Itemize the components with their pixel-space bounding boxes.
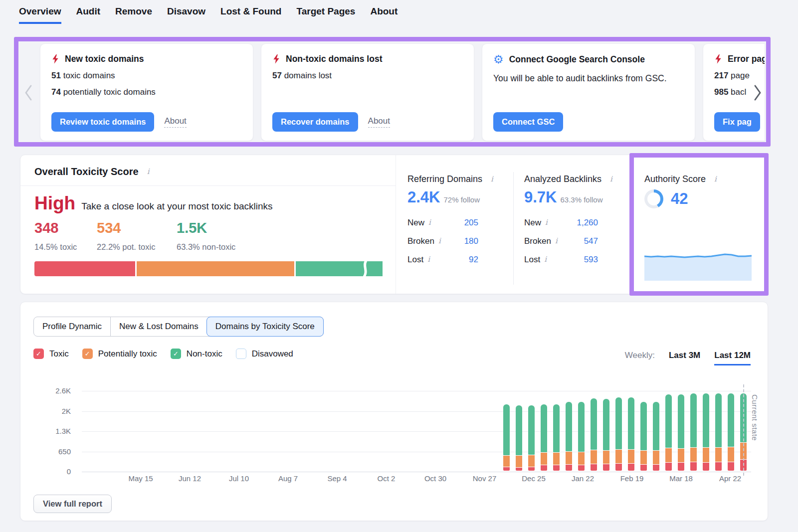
bar-segment-toxic bbox=[603, 464, 609, 471]
analyzed-backlinks-column: Analyzed Backlinks i 9.7K 63.3% follow N… bbox=[524, 174, 598, 269]
info-icon[interactable]: i bbox=[491, 176, 493, 183]
stacked-bar bbox=[703, 393, 709, 471]
bar-segment-potentially-toxic bbox=[690, 448, 697, 462]
gridline bbox=[82, 452, 751, 452]
card-connect-gsc: ⚙ Connect Google Search Console You will… bbox=[482, 43, 695, 141]
bar-segment-non-toxic bbox=[591, 398, 597, 450]
tab-target-pages[interactable]: Target Pages bbox=[296, 6, 355, 24]
bar-segment-non-toxic bbox=[678, 394, 684, 448]
lightning-icon bbox=[714, 54, 722, 64]
tab-overview[interactable]: Overview bbox=[19, 6, 61, 24]
analyzed-backlinks-follow: 63.3% follow bbox=[560, 195, 602, 204]
y-axis-tick-label: 2K bbox=[40, 407, 71, 415]
stat-row-new: Newi 205 bbox=[407, 213, 478, 232]
toxic-stat: 348 14.5% toxic bbox=[34, 220, 77, 252]
tab-remove[interactable]: Remove bbox=[115, 6, 152, 24]
bar-segment-non-toxic bbox=[603, 399, 609, 450]
x-axis-tick-label: May 15 bbox=[118, 474, 163, 483]
broken-backlinks-link[interactable]: 547 bbox=[584, 236, 598, 246]
analyzed-backlinks-value: 9.7K bbox=[524, 188, 557, 206]
stacked-bar bbox=[653, 402, 659, 471]
lost-domains-link[interactable]: 92 bbox=[469, 255, 478, 265]
overall-toxicity-score-title: Overall Toxicity Score bbox=[34, 166, 139, 177]
bar-segment-potentially-toxic bbox=[566, 452, 572, 464]
card-stat-line: 217 page bbox=[714, 71, 754, 81]
card-stat-line: 57 domains lost bbox=[272, 71, 463, 81]
gridline bbox=[82, 391, 751, 391]
info-icon[interactable]: i bbox=[428, 219, 431, 226]
info-icon[interactable]: i bbox=[438, 237, 441, 245]
stacked-bar bbox=[665, 394, 672, 471]
stacked-bar bbox=[678, 394, 684, 471]
tab-audit[interactable]: Audit bbox=[76, 6, 101, 24]
review-toxic-domains-button[interactable]: Review toxic domains bbox=[51, 112, 154, 132]
bar-segment-potentially-toxic bbox=[578, 452, 585, 465]
toxicity-bar-segment-toxic bbox=[34, 261, 135, 276]
referring-domains-value: 2.4K bbox=[407, 188, 440, 206]
bar-segment-potentially-toxic bbox=[715, 448, 722, 462]
stacked-bar bbox=[528, 405, 535, 471]
bar-segment-non-toxic bbox=[640, 402, 647, 450]
recover-domains-button[interactable]: Recover domains bbox=[272, 112, 358, 132]
stacked-bar bbox=[640, 402, 647, 471]
about-link[interactable]: About bbox=[368, 116, 390, 128]
new-backlinks-link[interactable]: 1,260 bbox=[577, 218, 598, 228]
info-icon[interactable]: i bbox=[610, 176, 612, 183]
chart-panel: Profile Dynamic New & Lost Domains Domai… bbox=[20, 302, 768, 521]
toxicity-bar-segment-potentially-toxic bbox=[137, 261, 294, 276]
stacked-bar bbox=[591, 398, 597, 471]
referring-domains-title: Referring Domains bbox=[407, 174, 482, 184]
stacked-bar bbox=[715, 393, 722, 471]
info-icon[interactable]: i bbox=[427, 256, 430, 263]
bar-segment-non-toxic bbox=[628, 397, 634, 449]
stacked-bar bbox=[541, 404, 547, 471]
x-axis-tick-label: Nov 27 bbox=[462, 474, 507, 483]
stacked-bar bbox=[615, 397, 622, 471]
fix-pages-button[interactable]: Fix pag bbox=[714, 112, 760, 132]
authority-score-title: Authority Score bbox=[644, 174, 706, 184]
gridline bbox=[82, 411, 751, 412]
bar-segment-potentially-toxic bbox=[603, 451, 609, 464]
info-icon[interactable]: i bbox=[545, 219, 548, 226]
lost-backlinks-link[interactable]: 593 bbox=[584, 255, 598, 265]
broken-domains-link[interactable]: 180 bbox=[464, 236, 478, 246]
tab-disavow[interactable]: Disavow bbox=[167, 6, 205, 24]
stacked-bar bbox=[603, 399, 609, 471]
toxicity-rating: High bbox=[34, 193, 75, 214]
bar-segment-potentially-toxic bbox=[653, 451, 659, 464]
x-axis-tick-label: Oct 30 bbox=[413, 474, 458, 483]
stacked-bar bbox=[516, 405, 522, 471]
x-axis-tick-label: Dec 25 bbox=[511, 474, 556, 483]
info-icon[interactable]: i bbox=[544, 256, 547, 263]
authority-score-gauge bbox=[644, 189, 663, 208]
tab-about[interactable]: About bbox=[370, 6, 398, 24]
view-full-report-button[interactable]: View full report bbox=[33, 495, 112, 513]
info-icon[interactable]: i bbox=[147, 168, 150, 176]
bar-segment-potentially-toxic bbox=[628, 450, 634, 463]
lightning-icon bbox=[272, 54, 280, 64]
bar-segment-non-toxic bbox=[516, 405, 522, 455]
non-toxic-stat: 1.5K 63.3% non-toxic bbox=[177, 220, 235, 252]
bar-segment-toxic bbox=[640, 465, 647, 471]
gridline bbox=[82, 431, 751, 432]
stacked-bar bbox=[578, 402, 585, 471]
bar-segment-non-toxic bbox=[715, 393, 722, 447]
info-icon[interactable]: i bbox=[555, 237, 558, 245]
lightning-icon bbox=[51, 54, 59, 64]
connect-gsc-button[interactable]: Connect GSC bbox=[493, 112, 563, 132]
new-domains-link[interactable]: 205 bbox=[464, 218, 478, 228]
carousel-prev-button[interactable] bbox=[23, 84, 34, 102]
bar-segment-non-toxic bbox=[503, 404, 510, 455]
tab-lost-and-found[interactable]: Lost & Found bbox=[220, 6, 281, 24]
card-title: Non-toxic domains lost bbox=[286, 54, 382, 64]
carousel-next-button[interactable] bbox=[752, 84, 763, 102]
bar-segment-toxic bbox=[541, 465, 547, 471]
y-axis-tick-label: 2.6K bbox=[40, 386, 71, 395]
about-link[interactable]: About bbox=[164, 116, 186, 128]
potentially-toxic-stat: 534 22.2% pot. toxic bbox=[97, 220, 155, 252]
toxicity-distribution-bar bbox=[34, 261, 380, 276]
x-axis-tick-label: Jan 22 bbox=[561, 474, 605, 483]
bar-segment-toxic bbox=[690, 462, 697, 471]
info-icon[interactable]: i bbox=[714, 176, 717, 183]
stacked-bar bbox=[503, 404, 510, 471]
